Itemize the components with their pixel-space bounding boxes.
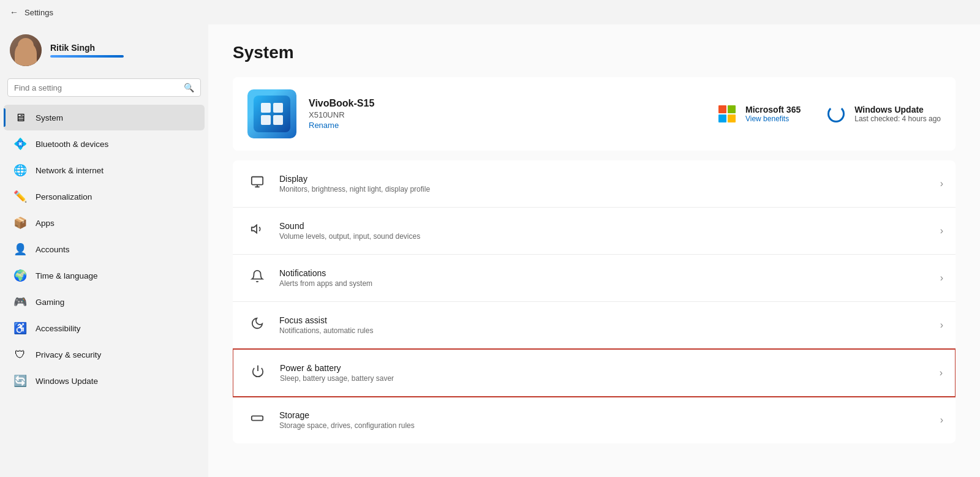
nav-icon-system: 🖥 (13, 111, 27, 124)
search-container: 🔍 (0, 78, 208, 104)
nav-label-privacy: Privacy & security (36, 350, 101, 359)
setting-item-focus[interactable]: Focus assist Notifications, automatic ru… (233, 302, 956, 349)
setting-item-sound[interactable]: Sound Volume levels, output, input, soun… (233, 208, 956, 255)
setting-icon-notifications (245, 266, 270, 290)
setting-desc-storage: Storage space, drives, configuration rul… (279, 421, 940, 430)
setting-text-notifications: Notifications Alerts from apps and syste… (279, 268, 940, 288)
device-rename-link[interactable]: Rename (309, 121, 339, 130)
setting-title-notifications: Notifications (279, 268, 940, 278)
device-name: VivoBook-S15 (309, 98, 704, 109)
setting-title-power: Power & battery (280, 363, 940, 373)
sidebar-item-system[interactable]: 🖥 System (4, 105, 205, 130)
svg-rect-1 (261, 103, 271, 113)
nav-icon-personalization: ✏️ (13, 190, 27, 203)
setting-icon-storage (245, 408, 270, 432)
nav-icon-gaming: 🎮 (13, 295, 27, 309)
svg-marker-6 (252, 225, 257, 233)
device-card: VivoBook-S15 X510UNR Rename (233, 77, 956, 151)
nav-label-time: Time & language (36, 271, 98, 280)
nav-icon-accessibility: ♿ (13, 321, 27, 335)
setting-text-power: Power & battery Sleep, battery usage, ba… (280, 363, 940, 383)
svg-rect-2 (273, 103, 283, 113)
ms365-info: Microsoft 365 View benefits (745, 105, 801, 123)
wu-subtitle: Last checked: 4 hours ago (854, 115, 941, 123)
setting-title-sound: Sound (279, 221, 940, 231)
ms365-title: Microsoft 365 (745, 105, 801, 115)
setting-item-notifications[interactable]: Notifications Alerts from apps and syste… (233, 255, 956, 302)
main-content: System (208, 24, 980, 477)
wu-extra: Windows Update Last checked: 4 hours ago (825, 103, 941, 125)
nav-icon-privacy: 🛡 (13, 348, 27, 361)
wu-info: Windows Update Last checked: 4 hours ago (854, 105, 941, 123)
settings-list: Display Monitors, brightness, night ligh… (233, 160, 956, 443)
setting-item-storage[interactable]: Storage Storage space, drives, configura… (233, 397, 956, 443)
nav-list: 🖥 System 💠 Bluetooth & devices 🌐 Network… (0, 104, 208, 394)
device-extras: Microsoft 365 View benefits Windows Upda… (716, 103, 941, 125)
ms365-icon (716, 103, 738, 125)
nav-label-accounts: Accounts (36, 245, 70, 254)
chevron-icon-sound: › (940, 225, 943, 236)
search-box: 🔍 (7, 78, 201, 97)
svg-rect-5 (252, 177, 263, 185)
sidebar-item-privacy[interactable]: 🛡 Privacy & security (4, 342, 205, 367)
app-body: Ritik Singh 🔍 🖥 System 💠 Bluetooth & dev… (0, 24, 980, 477)
chevron-icon-display: › (940, 178, 943, 189)
setting-text-focus: Focus assist Notifications, automatic ru… (279, 315, 940, 335)
nav-label-personalization: Personalization (36, 192, 92, 201)
setting-icon-sound (245, 219, 270, 243)
nav-label-system: System (36, 113, 63, 122)
setting-icon-focus (245, 313, 270, 337)
sidebar-item-gaming[interactable]: 🎮 Gaming (4, 289, 205, 315)
svg-rect-8 (252, 416, 263, 420)
page-title: System (233, 43, 956, 62)
search-input[interactable] (14, 83, 179, 92)
sidebar: Ritik Singh 🔍 🖥 System 💠 Bluetooth & dev… (0, 24, 208, 477)
user-name: Ritik Singh (50, 43, 124, 53)
setting-icon-power (246, 361, 270, 385)
nav-label-bluetooth: Bluetooth & devices (36, 140, 108, 149)
setting-text-storage: Storage Storage space, drives, configura… (279, 410, 940, 430)
nav-icon-time: 🌍 (13, 269, 27, 282)
title-bar: ← Settings (0, 0, 980, 24)
setting-icon-display (245, 171, 270, 196)
sidebar-item-bluetooth[interactable]: 💠 Bluetooth & devices (4, 131, 205, 157)
setting-title-focus: Focus assist (279, 315, 940, 325)
sidebar-item-apps[interactable]: 📦 Apps (4, 210, 205, 236)
setting-desc-sound: Volume levels, output, input, sound devi… (279, 232, 940, 241)
user-bar (50, 55, 124, 58)
setting-item-power[interactable]: Power & battery Sleep, battery usage, ba… (233, 348, 956, 397)
setting-text-sound: Sound Volume levels, output, input, soun… (279, 221, 940, 241)
user-info: Ritik Singh (50, 43, 124, 58)
search-icon: 🔍 (184, 83, 194, 92)
device-image (247, 89, 296, 138)
setting-desc-display: Monitors, brightness, night light, displ… (279, 185, 940, 193)
back-button[interactable]: ← (10, 7, 18, 17)
wu-title: Windows Update (854, 105, 941, 115)
sidebar-item-network[interactable]: 🌐 Network & internet (4, 157, 205, 183)
wu-icon (825, 103, 847, 125)
avatar (10, 34, 42, 66)
sidebar-item-accounts[interactable]: 👤 Accounts (4, 236, 205, 262)
sidebar-item-accessibility[interactable]: ♿ Accessibility (4, 315, 205, 341)
sidebar-item-personalization[interactable]: ✏️ Personalization (4, 184, 205, 209)
setting-desc-focus: Notifications, automatic rules (279, 326, 940, 335)
nav-icon-accounts: 👤 (13, 242, 27, 256)
nav-icon-windowsupdate: 🔄 (13, 374, 27, 388)
setting-item-display[interactable]: Display Monitors, brightness, night ligh… (233, 160, 956, 208)
setting-title-display: Display (279, 174, 940, 184)
nav-label-apps: Apps (36, 219, 55, 228)
nav-label-windowsupdate: Windows Update (36, 377, 98, 386)
nav-icon-bluetooth: 💠 (13, 137, 27, 151)
nav-label-gaming: Gaming (36, 298, 64, 307)
user-section[interactable]: Ritik Singh (0, 24, 208, 78)
setting-desc-notifications: Alerts from apps and system (279, 279, 940, 288)
device-info: VivoBook-S15 X510UNR Rename (309, 98, 704, 130)
chevron-icon-storage: › (940, 415, 943, 426)
chevron-icon-focus: › (940, 320, 943, 331)
setting-title-storage: Storage (279, 410, 940, 420)
svg-rect-4 (273, 115, 283, 125)
device-model: X510UNR (309, 110, 704, 119)
sidebar-item-windowsupdate[interactable]: 🔄 Windows Update (4, 368, 205, 394)
sidebar-item-time[interactable]: 🌍 Time & language (4, 263, 205, 288)
ms365-subtitle[interactable]: View benefits (745, 115, 801, 123)
